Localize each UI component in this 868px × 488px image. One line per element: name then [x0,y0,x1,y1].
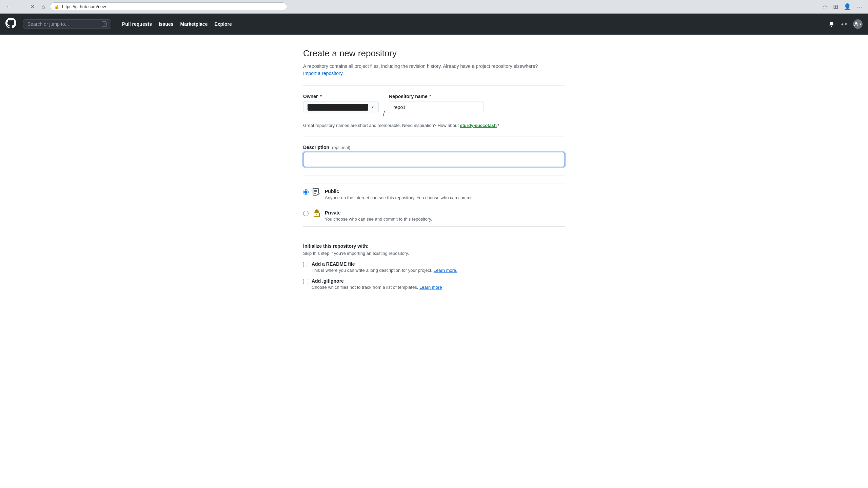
browser-chrome: ← → ✕ ⌂ 🔒 https://github.com/new ☆ ⊞ 👤 ⋯ [0,0,868,14]
public-desc: Anyone on the internet can see this repo… [325,195,565,200]
description-optional: (optional) [332,145,350,150]
section-divider [303,85,565,86]
url-text: https://github.com/new [62,4,283,9]
owner-select[interactable]: ██████████ ▼ [303,101,379,113]
forward-button[interactable]: → [16,3,26,11]
readme-learn-more[interactable]: Learn more. [434,268,457,273]
readme-desc: This is where you can write a long descr… [312,268,565,273]
nav-links: Pull requests Issues Marketplace Explore [119,19,235,29]
private-title: Private [325,210,565,215]
gitignore-checkbox[interactable] [303,279,308,284]
chevron-down-icon: ▼ [844,22,848,26]
private-desc: You choose who can see and commit to thi… [325,217,565,222]
owner-group: Owner * ██████████ ▼ [303,94,379,113]
import-link[interactable]: Import a repository. [303,71,344,76]
avatar-dropdown-icon: ▼ [859,23,862,26]
page-description: A repository contains all project files,… [303,63,565,77]
collections-icon[interactable]: ⊞ [832,2,840,11]
search-bar[interactable]: Search or jump to... / [23,19,111,29]
search-shortcut: / [102,21,107,27]
nav-right: + ▼ ▼ [827,19,863,29]
owner-required: * [320,94,321,99]
favorites-star-icon[interactable]: ☆ [821,2,829,11]
description-group: Description (optional) [303,145,565,167]
nav-issues[interactable]: Issues [156,19,176,29]
github-logo[interactable] [5,18,16,31]
form-container: Create a new repository A repository con… [295,48,573,290]
owner-redacted-text: ██████████ [308,104,368,111]
gitignore-title: Add .gitignore [312,278,565,284]
page-title: Create a new repository [303,48,565,59]
nav-explore[interactable]: Explore [212,19,234,29]
lock-icon: 🔒 [54,4,59,9]
visibility-group: Public Anyone on the internet can see th… [303,184,565,227]
nav-pull-requests[interactable]: Pull requests [119,19,155,29]
gitignore-content: Add .gitignore Choose which files not to… [312,278,565,290]
init-section: Initialize this repository with: Skip th… [303,243,565,290]
search-placeholder-text: Search or jump to... [27,21,69,27]
readme-content: Add a README file This is where you can … [312,261,565,273]
close-button[interactable]: ✕ [28,3,37,11]
private-radio[interactable] [303,211,309,216]
owner-label: Owner * [303,94,379,99]
more-options-icon[interactable]: ⋯ [855,2,864,11]
browser-actions: ☆ ⊞ 👤 ⋯ [821,2,864,11]
repo-name-label: Repository name * [389,94,484,99]
private-content: Private You choose who can see and commi… [325,210,565,222]
description-input[interactable] [303,152,565,167]
init-divider [303,235,565,235]
public-option: Public Anyone on the internet can see th… [303,184,565,205]
public-icon [313,188,321,198]
github-navbar: Search or jump to... / Pull requests Iss… [0,14,868,35]
address-bar[interactable]: 🔒 https://github.com/new [50,2,287,11]
main-content: Create a new repository A repository con… [0,35,868,488]
init-title: Initialize this repository with: [303,243,565,249]
public-content: Public Anyone on the internet can see th… [325,189,565,200]
init-desc: Skip this step if you're importing an ex… [303,251,565,256]
suggestion-link[interactable]: sturdy-succotash [460,123,496,128]
readme-option: Add a README file This is where you can … [303,261,565,273]
gitignore-learn-more[interactable]: Learn more [419,285,442,290]
description-divider [303,136,565,136]
notifications-button[interactable] [827,20,835,28]
repo-name-helper: Great repository names are short and mem… [303,123,565,128]
readme-title: Add a README file [312,261,565,267]
readme-checkbox[interactable] [303,262,308,267]
plus-icon: + [841,21,844,27]
profile-icon[interactable]: 👤 [842,2,852,11]
gitignore-option: Add .gitignore Choose which files not to… [303,278,565,290]
repo-name-group: Repository name * [389,94,484,113]
nav-marketplace[interactable]: Marketplace [178,19,211,29]
public-title: Public [325,189,565,194]
visibility-divider [303,175,565,175]
repo-name-input[interactable] [389,101,484,113]
gitignore-desc: Choose which files not to track from a l… [312,285,565,290]
public-radio[interactable] [303,189,309,195]
private-icon [313,209,321,220]
back-button[interactable]: ← [4,3,14,11]
new-dropdown-button[interactable]: + ▼ [838,20,850,28]
private-option: Private You choose who can see and commi… [303,205,565,227]
home-button[interactable]: ⌂ [40,3,47,11]
description-label: Description (optional) [303,145,565,150]
owner-repo-row: Owner * ██████████ ▼ / Repository name * [303,94,565,120]
description-text: A repository contains all project files,… [303,63,538,69]
user-avatar[interactable]: ▼ [853,19,863,29]
repo-name-required: * [430,94,431,99]
slash-separator: / [379,108,389,120]
owner-dropdown-icon: ▼ [371,106,374,109]
